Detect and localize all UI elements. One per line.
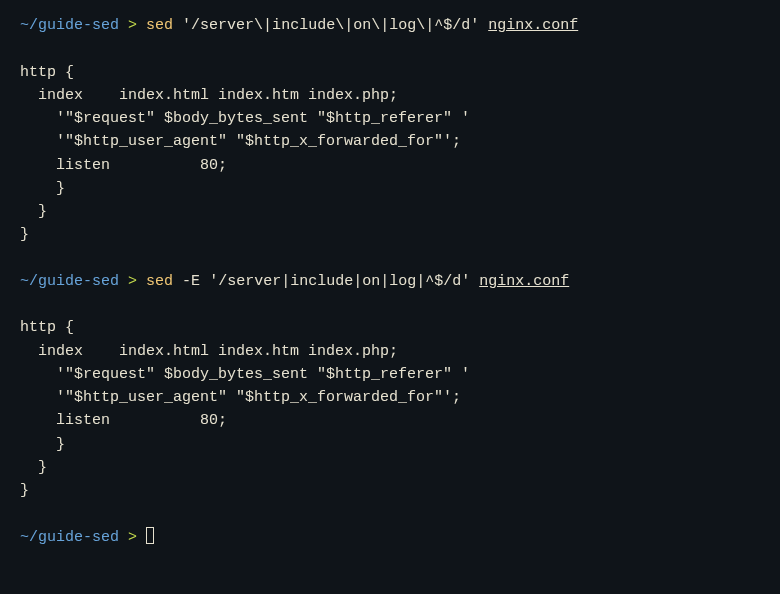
output-line: '"$request" $body_bytes_sent "$http_refe… (20, 107, 760, 130)
output-line: '"$http_user_agent" "$http_x_forwarded_f… (20, 386, 760, 409)
prompt-arrow: > (128, 529, 137, 546)
output-line: '"$http_user_agent" "$http_x_forwarded_f… (20, 130, 760, 153)
output-line: } (20, 223, 760, 246)
output-line: listen 80; (20, 409, 760, 432)
output-line: } (20, 456, 760, 479)
command-flag: -E (182, 273, 200, 290)
blank-line (20, 502, 760, 525)
prompt-path: ~/guide-sed (20, 529, 119, 546)
output-line: index index.html index.htm index.php; (20, 340, 760, 363)
terminal[interactable]: ~/guide-sed > sed '/server\|include\|on\… (20, 14, 760, 549)
command-file: nginx.conf (479, 273, 569, 290)
output-line: http { (20, 316, 760, 339)
output-line: } (20, 200, 760, 223)
cursor-icon (146, 527, 154, 544)
command-name: sed (146, 273, 173, 290)
command-arg: '/server\|include\|on\|log\|^$/d' (182, 17, 479, 34)
prompt-arrow: > (128, 273, 137, 290)
prompt-arrow: > (128, 17, 137, 34)
output-line: http { (20, 61, 760, 84)
output-line: listen 80; (20, 154, 760, 177)
output-line: index index.html index.htm index.php; (20, 84, 760, 107)
prompt-line-3[interactable]: ~/guide-sed > (20, 526, 760, 549)
output-line: '"$request" $body_bytes_sent "$http_refe… (20, 363, 760, 386)
prompt-line-1[interactable]: ~/guide-sed > sed '/server\|include\|on\… (20, 14, 760, 37)
blank-line (20, 37, 760, 60)
blank-line (20, 247, 760, 270)
output-line: } (20, 433, 760, 456)
blank-line (20, 293, 760, 316)
output-line: } (20, 479, 760, 502)
command-arg: '/server|include|on|log|^$/d' (209, 273, 470, 290)
prompt-path: ~/guide-sed (20, 273, 119, 290)
prompt-line-2[interactable]: ~/guide-sed > sed -E '/server|include|on… (20, 270, 760, 293)
command-name: sed (146, 17, 173, 34)
output-line: } (20, 177, 760, 200)
command-file: nginx.conf (488, 17, 578, 34)
prompt-path: ~/guide-sed (20, 17, 119, 34)
